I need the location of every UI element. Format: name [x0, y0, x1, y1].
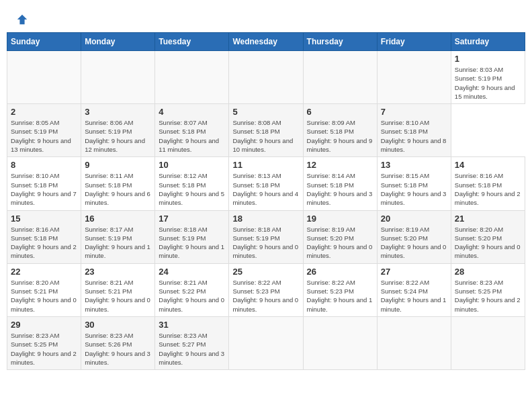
calendar-table: SundayMondayTuesdayWednesdayThursdayFrid… — [7, 32, 525, 370]
day-number: 30 — [85, 320, 151, 330]
day-number: 24 — [159, 267, 225, 277]
day-detail: Sunrise: 8:20 AMSunset: 5:21 PMDaylight:… — [11, 279, 77, 313]
calendar-cell — [229, 316, 303, 369]
day-number: 8 — [11, 160, 77, 170]
calendar-cell: 30 Sunrise: 8:23 AMSunset: 5:26 PMDaylig… — [81, 316, 155, 369]
day-detail: Sunrise: 8:05 AMSunset: 5:19 PMDaylight:… — [11, 119, 71, 153]
day-number: 6 — [307, 107, 373, 117]
day-number: 23 — [85, 267, 151, 277]
day-detail: Sunrise: 8:11 AMSunset: 5:18 PMDaylight:… — [85, 172, 150, 206]
day-number: 11 — [232, 160, 299, 170]
week-row-4: 22 Sunrise: 8:20 AMSunset: 5:21 PMDaylig… — [7, 263, 525, 316]
day-number: 16 — [85, 214, 151, 224]
day-number: 9 — [85, 160, 151, 170]
day-detail: Sunrise: 8:20 AMSunset: 5:20 PMDaylight:… — [455, 226, 521, 260]
calendar-cell — [7, 51, 81, 104]
calendar-cell: 21 Sunrise: 8:20 AMSunset: 5:20 PMDaylig… — [451, 210, 525, 263]
week-row-3: 15 Sunrise: 8:16 AMSunset: 5:18 PMDaylig… — [7, 210, 525, 263]
day-detail: Sunrise: 8:18 AMSunset: 5:19 PMDaylight:… — [159, 226, 224, 260]
calendar-cell: 14 Sunrise: 8:16 AMSunset: 5:18 PMDaylig… — [451, 157, 525, 210]
day-detail: Sunrise: 8:19 AMSunset: 5:20 PMDaylight:… — [307, 226, 373, 260]
day-detail: Sunrise: 8:19 AMSunset: 5:20 PMDaylight:… — [381, 226, 447, 260]
day-number: 21 — [455, 214, 521, 224]
calendar-cell: 6 Sunrise: 8:09 AMSunset: 5:18 PMDayligh… — [303, 104, 377, 157]
calendar-cell — [229, 51, 303, 104]
calendar-cell: 26 Sunrise: 8:22 AMSunset: 5:23 PMDaylig… — [303, 263, 377, 316]
day-detail: Sunrise: 8:21 AMSunset: 5:22 PMDaylight:… — [159, 279, 224, 313]
day-number: 22 — [11, 267, 77, 277]
week-row-0: 1 Sunrise: 8:03 AMSunset: 5:19 PMDayligh… — [7, 51, 525, 104]
calendar-cell: 16 Sunrise: 8:17 AMSunset: 5:19 PMDaylig… — [81, 210, 155, 263]
calendar-cell: 7 Sunrise: 8:10 AMSunset: 5:18 PMDayligh… — [377, 104, 451, 157]
calendar-cell: 3 Sunrise: 8:06 AMSunset: 5:19 PMDayligh… — [81, 104, 155, 157]
header-cell-wednesday: Wednesday — [229, 33, 303, 51]
calendar-cell: 1 Sunrise: 8:03 AMSunset: 5:19 PMDayligh… — [451, 51, 525, 104]
calendar-cell: 27 Sunrise: 8:22 AMSunset: 5:24 PMDaylig… — [377, 263, 451, 316]
day-number: 27 — [381, 267, 447, 277]
week-row-1: 2 Sunrise: 8:05 AMSunset: 5:19 PMDayligh… — [7, 104, 525, 157]
day-detail: Sunrise: 8:21 AMSunset: 5:21 PMDaylight:… — [85, 279, 150, 313]
day-detail: Sunrise: 8:22 AMSunset: 5:23 PMDaylight:… — [307, 279, 373, 313]
day-detail: Sunrise: 8:22 AMSunset: 5:23 PMDaylight:… — [232, 279, 298, 313]
day-detail: Sunrise: 8:15 AMSunset: 5:18 PMDaylight:… — [381, 172, 447, 206]
day-number: 19 — [307, 214, 373, 224]
day-detail: Sunrise: 8:13 AMSunset: 5:18 PMDaylight:… — [232, 172, 298, 206]
calendar-cell: 5 Sunrise: 8:08 AMSunset: 5:18 PMDayligh… — [229, 104, 303, 157]
week-row-5: 29 Sunrise: 8:23 AMSunset: 5:25 PMDaylig… — [7, 316, 525, 369]
day-detail: Sunrise: 8:12 AMSunset: 5:18 PMDaylight:… — [159, 172, 224, 206]
day-detail: Sunrise: 8:06 AMSunset: 5:19 PMDaylight:… — [85, 119, 145, 153]
day-number: 4 — [159, 107, 225, 117]
calendar-cell: 23 Sunrise: 8:21 AMSunset: 5:21 PMDaylig… — [81, 263, 155, 316]
calendar-cell: 13 Sunrise: 8:15 AMSunset: 5:18 PMDaylig… — [377, 157, 451, 210]
calendar-cell: 31 Sunrise: 8:23 AMSunset: 5:27 PMDaylig… — [155, 316, 229, 369]
day-number: 14 — [455, 160, 521, 170]
header-cell-monday: Monday — [81, 33, 155, 51]
day-detail: Sunrise: 8:18 AMSunset: 5:19 PMDaylight:… — [232, 226, 298, 260]
day-number: 29 — [11, 320, 77, 330]
calendar-cell: 4 Sunrise: 8:07 AMSunset: 5:18 PMDayligh… — [155, 104, 229, 157]
calendar-cell: 2 Sunrise: 8:05 AMSunset: 5:19 PMDayligh… — [7, 104, 81, 157]
day-number: 5 — [232, 107, 299, 117]
calendar-cell — [81, 51, 155, 104]
day-number: 31 — [159, 320, 225, 330]
day-detail: Sunrise: 8:07 AMSunset: 5:18 PMDaylight:… — [159, 119, 219, 153]
calendar-cell — [377, 51, 451, 104]
day-detail: Sunrise: 8:10 AMSunset: 5:18 PMDaylight:… — [381, 119, 447, 153]
logo-icon — [16, 13, 28, 26]
day-number: 1 — [455, 54, 521, 64]
calendar-cell — [303, 51, 377, 104]
day-detail: Sunrise: 8:10 AMSunset: 5:18 PMDaylight:… — [11, 172, 77, 206]
header — [7, 7, 525, 29]
header-cell-tuesday: Tuesday — [155, 33, 229, 51]
day-number: 15 — [11, 214, 77, 224]
day-number: 25 — [232, 267, 299, 277]
header-cell-saturday: Saturday — [451, 33, 525, 51]
day-detail: Sunrise: 8:23 AMSunset: 5:26 PMDaylight:… — [85, 332, 150, 366]
header-cell-sunday: Sunday — [7, 33, 81, 51]
calendar-cell: 25 Sunrise: 8:22 AMSunset: 5:23 PMDaylig… — [229, 263, 303, 316]
calendar-cell: 12 Sunrise: 8:14 AMSunset: 5:18 PMDaylig… — [303, 157, 377, 210]
logo — [13, 13, 28, 26]
day-detail: Sunrise: 8:23 AMSunset: 5:25 PMDaylight:… — [455, 279, 521, 313]
day-detail: Sunrise: 8:14 AMSunset: 5:18 PMDaylight:… — [307, 172, 373, 206]
calendar-cell: 18 Sunrise: 8:18 AMSunset: 5:19 PMDaylig… — [229, 210, 303, 263]
week-row-2: 8 Sunrise: 8:10 AMSunset: 5:18 PMDayligh… — [7, 157, 525, 210]
day-detail: Sunrise: 8:16 AMSunset: 5:18 PMDaylight:… — [11, 226, 77, 260]
day-detail: Sunrise: 8:09 AMSunset: 5:18 PMDaylight:… — [307, 119, 373, 153]
calendar-cell — [303, 316, 377, 369]
day-number: 26 — [307, 267, 373, 277]
calendar-cell — [155, 51, 229, 104]
calendar-cell: 28 Sunrise: 8:23 AMSunset: 5:25 PMDaylig… — [451, 263, 525, 316]
day-number: 3 — [85, 107, 151, 117]
calendar-cell: 24 Sunrise: 8:21 AMSunset: 5:22 PMDaylig… — [155, 263, 229, 316]
day-detail: Sunrise: 8:22 AMSunset: 5:24 PMDaylight:… — [381, 279, 447, 313]
day-number: 10 — [159, 160, 225, 170]
calendar-cell: 8 Sunrise: 8:10 AMSunset: 5:18 PMDayligh… — [7, 157, 81, 210]
calendar-cell: 9 Sunrise: 8:11 AMSunset: 5:18 PMDayligh… — [81, 157, 155, 210]
day-number: 7 — [381, 107, 447, 117]
day-number: 17 — [159, 214, 225, 224]
day-detail: Sunrise: 8:17 AMSunset: 5:19 PMDaylight:… — [85, 226, 150, 260]
day-detail: Sunrise: 8:23 AMSunset: 5:25 PMDaylight:… — [11, 332, 77, 366]
day-detail: Sunrise: 8:08 AMSunset: 5:18 PMDaylight:… — [232, 119, 293, 153]
calendar-cell: 29 Sunrise: 8:23 AMSunset: 5:25 PMDaylig… — [7, 316, 81, 369]
